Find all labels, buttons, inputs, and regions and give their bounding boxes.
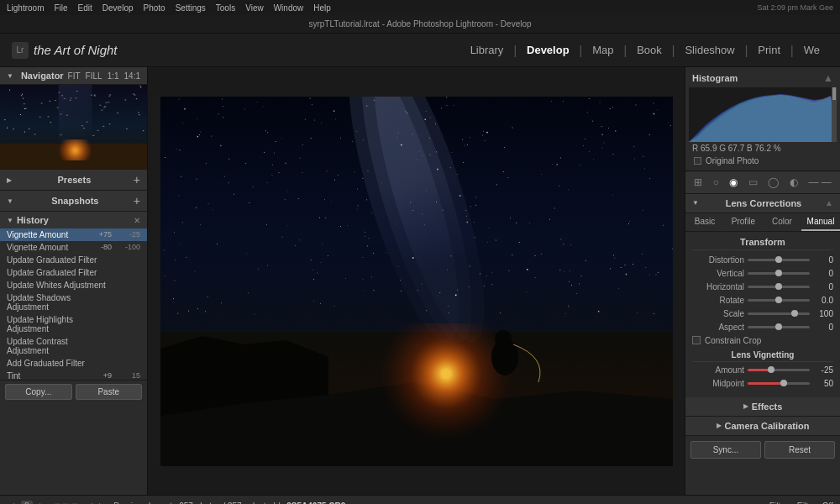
navigator-triangle: ▼: [7, 72, 13, 80]
filmstrip-prev-btn[interactable]: ◀: [7, 501, 14, 505]
history-item-6[interactable]: Update Highlights Adjustment: [0, 313, 147, 335]
slider-track-5[interactable]: [748, 326, 810, 328]
histogram-section: Histogram ▲ R 65.9 G 67.7 B 76.2 % Origi…: [685, 67, 840, 171]
nav-fit[interactable]: FIT: [68, 71, 81, 81]
menu-help[interactable]: Help: [313, 3, 331, 13]
lens-corrections-expand[interactable]: ▲: [825, 198, 833, 207]
tab-manual[interactable]: Manual: [801, 213, 840, 231]
constrain-crop-row: Constrain Crop: [692, 336, 833, 345]
next-arrow[interactable]: ▶: [99, 501, 107, 505]
presets-header[interactable]: ▶ Presets +: [0, 170, 147, 190]
menu-lightroom[interactable]: Lightroom: [7, 3, 44, 13]
original-photo-label: Original Photo: [706, 156, 759, 165]
effects-title: Effects: [752, 402, 783, 412]
nav-link-library[interactable]: Library: [462, 40, 512, 60]
nav-zoom[interactable]: 14:1: [124, 71, 140, 81]
reset-button[interactable]: Reset: [764, 441, 835, 459]
constrain-crop-checkbox[interactable]: [692, 336, 701, 344]
original-photo-checkbox[interactable]: [694, 157, 701, 165]
transform-section: Transform Distortion 0 Vertical 0 Horizo…: [685, 232, 840, 397]
camera-calibration-header[interactable]: ▶ Camera Calibration: [685, 417, 840, 436]
effects-header[interactable]: ▶ Effects: [685, 397, 840, 417]
nav-link-slideshow[interactable]: Slideshow: [676, 40, 743, 60]
tab-color[interactable]: Color: [763, 213, 801, 231]
settings-icon[interactable]: — —: [805, 175, 834, 190]
photo-area[interactable]: [148, 67, 685, 495]
tab-profile[interactable]: Profile: [724, 213, 763, 231]
history-item-0[interactable]: Vignette Amount+75-25: [0, 228, 147, 241]
history-item-5[interactable]: Update Shadows Adjustment: [0, 291, 147, 313]
prev-arrow[interactable]: ◀: [85, 501, 92, 505]
transform-slider-row-1: Vertical 0: [692, 269, 833, 278]
right-panel: Histogram ▲ R 65.9 G 67.7 B 76.2 % Origi…: [685, 67, 840, 495]
menu-view[interactable]: View: [245, 3, 264, 13]
vignetting-slider-row-0: Amount -25: [692, 365, 833, 375]
left-panel: ▼ Navigator FIT FILL 1:1 14:1 ▶ Presets …: [0, 67, 148, 495]
history-item-7[interactable]: Update Contrast Adjustment: [0, 335, 147, 357]
lens-corrections-header[interactable]: ▼ Lens Corrections ▲: [685, 194, 840, 213]
menu-window[interactable]: Window: [274, 3, 304, 13]
history-item-9[interactable]: Tint+915: [0, 370, 147, 380]
history-close[interactable]: ✕: [134, 216, 140, 225]
graduated-filter-icon[interactable]: ▭: [745, 175, 761, 190]
rgb-values: R 65.9 G 67.7 B 76.2 %: [689, 142, 837, 155]
history-title: History: [17, 215, 49, 225]
filmstrip-next-btn[interactable]: ▶: [39, 501, 47, 505]
history-header[interactable]: ▼ History ✕: [0, 212, 147, 228]
nav-link-print[interactable]: Print: [749, 40, 789, 60]
nav-h[interactable]: 1:1: [108, 71, 119, 81]
vig-slider-track-0[interactable]: [748, 369, 810, 371]
nav-link-map[interactable]: Map: [584, 40, 622, 60]
healing-tool-icon[interactable]: ○: [710, 175, 722, 190]
history-item-8[interactable]: Add Graduated Filter: [0, 357, 147, 370]
history-item-1[interactable]: Vignette Amount-80-100: [0, 241, 147, 254]
menu-bar: Lightroom File Edit Develop Photo Settin…: [0, 0, 840, 15]
constrain-crop-label: Constrain Crop: [705, 336, 761, 345]
radial-filter-icon[interactable]: ◯: [764, 175, 782, 190]
menu-file[interactable]: File: [54, 3, 67, 13]
snapshots-section: ▼ Snapshots +: [0, 191, 147, 212]
nav-link-book[interactable]: Book: [628, 40, 670, 60]
tab-basic[interactable]: Basic: [685, 213, 724, 231]
menu-tools[interactable]: Tools: [216, 3, 235, 13]
copy-button[interactable]: Copy...: [5, 384, 72, 400]
histogram-expand[interactable]: ▲: [823, 72, 833, 84]
slider-track-3[interactable]: [748, 299, 810, 302]
slider-track-2[interactable]: [748, 286, 810, 288]
vig-slider-track-1[interactable]: [748, 382, 810, 385]
menu-settings[interactable]: Settings: [176, 3, 206, 13]
redeye-tool-icon[interactable]: ◉: [726, 175, 741, 190]
presets-add[interactable]: +: [134, 173, 140, 186]
nav-fill[interactable]: FILL: [86, 71, 102, 81]
transform-slider-row-4: Scale 100: [692, 309, 833, 318]
histogram-canvas: [689, 87, 837, 142]
nav-link-develop[interactable]: Develop: [518, 40, 578, 60]
snapshots-add[interactable]: +: [134, 194, 140, 207]
slider-track-0[interactable]: [748, 259, 810, 261]
crop-tool-icon[interactable]: ⊞: [690, 175, 706, 190]
snapshots-header[interactable]: ▼ Snapshots +: [0, 191, 147, 211]
history-item-2[interactable]: Update Graduated Filter: [0, 254, 147, 266]
paste-button[interactable]: Paste: [76, 384, 143, 400]
nav-link-we[interactable]: We: [795, 40, 828, 60]
sync-reset-row: Sync... Reset: [685, 436, 840, 464]
adj-brush-icon[interactable]: ◐: [786, 175, 801, 190]
tool-icons-row: ⊞ ○ ◉ ▭ ◯ ◐ — —: [685, 171, 840, 194]
vignetting-sliders: Amount -25 Midpoint 50: [692, 365, 833, 388]
history-item-3[interactable]: Update Graduated Filter: [0, 266, 147, 279]
slider-track-4[interactable]: [748, 312, 810, 315]
menu-develop[interactable]: Develop: [102, 3, 134, 13]
history-item-4[interactable]: Update Whites Adjustment: [0, 279, 147, 291]
menu-edit[interactable]: Edit: [78, 3, 92, 13]
presets-title: Presets: [58, 175, 92, 185]
histogram-header: Histogram ▲: [689, 71, 837, 87]
transform-slider-row-2: Horizontal 0: [692, 282, 833, 291]
navigator-thumbnail[interactable]: [0, 85, 147, 169]
transform-sliders: Distortion 0 Vertical 0 Horizontal 0 Rot…: [692, 255, 833, 332]
menu-photo[interactable]: Photo: [144, 3, 165, 13]
lens-tabs: Basic Profile Color Manual: [685, 213, 840, 232]
page-num: 2: [21, 501, 33, 504]
transform-slider-row-5: Aspect 0: [692, 323, 833, 332]
slider-track-1[interactable]: [748, 272, 810, 275]
sync-button[interactable]: Sync...: [690, 441, 761, 459]
